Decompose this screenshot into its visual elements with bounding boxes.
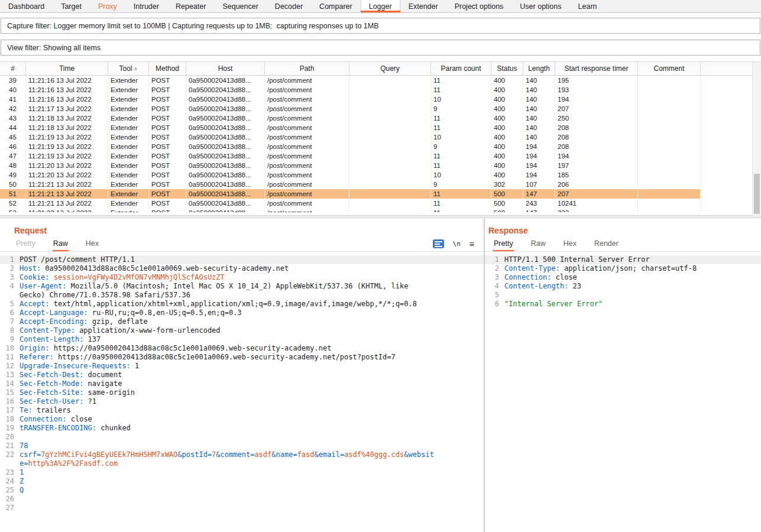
table-row[interactable]: 5011:21:21 13 Jul 2022ExtenderPOST0a9500… — [0, 180, 701, 189]
cell-status: 400 — [491, 85, 523, 95]
cell-time: 11:21:21 13 Jul 2022 — [26, 180, 108, 189]
table-row[interactable]: 4611:21:19 13 Jul 2022ExtenderPOST0a9500… — [0, 142, 701, 151]
column-header-query[interactable]: Query — [349, 62, 431, 75]
top-tab-sequencer[interactable]: Sequencer — [214, 0, 266, 12]
table-row[interactable]: 5111:21:21 13 Jul 2022ExtenderPOST0a9500… — [0, 189, 701, 199]
response-editor[interactable]: 1HTTP/1.1 500 Internal Server Error2Cont… — [485, 252, 761, 532]
top-tab-comparer[interactable]: Comparer — [311, 0, 361, 12]
top-tab-target[interactable]: Target — [53, 0, 90, 12]
column-header-param-count[interactable]: Param count — [431, 62, 491, 75]
cell-method: POST — [149, 123, 186, 132]
line-number: 4 — [0, 282, 14, 300]
table-row[interactable]: 5311:21:22 13 Jul 2022ExtenderPOST0a9500… — [0, 208, 701, 212]
cell-tool: Extender — [108, 161, 149, 170]
request-editor[interactable]: 1POST /post/comment HTTP/1.12Host: 0a950… — [0, 252, 484, 532]
cell-comment — [638, 104, 701, 113]
tab-hex[interactable]: Hex — [563, 239, 577, 251]
top-tab-repeater[interactable]: Repeater — [167, 0, 214, 12]
cell-tool: Extender — [108, 132, 149, 142]
top-tab-decoder[interactable]: Decoder — [267, 0, 311, 12]
tab-raw[interactable]: Raw — [53, 239, 69, 251]
line-text: Connection: close — [504, 273, 761, 282]
top-tab-user-options[interactable]: User options — [511, 0, 569, 12]
cell-time: 11:21:19 13 Jul 2022 — [26, 151, 108, 161]
column-header-time[interactable]: Time — [26, 62, 108, 75]
line-text: Accept-Encoding: gzip, deflate — [20, 317, 442, 326]
response-tabs-row: PrettyRawHexRender — [485, 236, 761, 252]
column-header-start-response-timer[interactable]: Start response timer — [555, 62, 638, 75]
column-header-method[interactable]: Method — [149, 62, 186, 75]
code-line: 16Sec-Fetch-User: ?1 — [0, 397, 484, 406]
top-tab-project-options[interactable]: Project options — [446, 0, 512, 12]
top-tab-proxy[interactable]: Proxy — [90, 0, 125, 12]
table-row[interactable]: 3911:21:16 13 Jul 2022ExtenderPOST0a9500… — [0, 76, 701, 85]
column-header-label: Param count — [441, 64, 481, 73]
request-title: Request — [14, 226, 47, 235]
column-header-tool[interactable]: Tool∧ — [108, 62, 149, 75]
table-row[interactable]: 4811:21:20 13 Jul 2022ExtenderPOST0a9500… — [0, 161, 701, 170]
line-text: Sec-Fetch-Mode: navigate — [20, 379, 442, 388]
menu-icon[interactable]: ≡ — [469, 240, 474, 248]
cell-timer: 207 — [555, 104, 638, 113]
code-line: 1POST /post/comment HTTP/1.1 — [0, 255, 484, 264]
line-text — [20, 504, 442, 512]
scrollbar-thumb[interactable] — [754, 174, 760, 214]
column-header-label: Comment — [653, 64, 684, 73]
cell-query — [349, 161, 431, 170]
sort-ascending-icon: ∧ — [134, 66, 138, 72]
pretty-print-icon[interactable] — [433, 239, 444, 248]
column-header-comment[interactable]: Comment — [638, 62, 701, 75]
table-row[interactable]: 4411:21:18 13 Jul 2022ExtenderPOST0a9500… — [0, 123, 701, 132]
table-row[interactable]: 5211:21:21 13 Jul 2022ExtenderPOST0a9500… — [0, 199, 701, 208]
cell-num: 51 — [0, 189, 26, 199]
table-row[interactable]: 4511:21:19 13 Jul 2022ExtenderPOST0a9500… — [0, 132, 701, 142]
newline-icon[interactable]: \n — [453, 240, 461, 248]
top-tab-learn[interactable]: Learn — [570, 0, 605, 12]
tab-pretty[interactable]: Pretty — [15, 239, 36, 251]
request-tabs-row: PrettyRawHex \n ≡ — [0, 236, 484, 252]
column-header-length[interactable]: Length — [523, 62, 555, 75]
line-text — [504, 291, 761, 300]
line-text: csrf=7gYzhMCiFvi4gBEyUEEk7HmHSHM7xWAO&po… — [20, 450, 442, 468]
top-tab-intruder[interactable]: Intruder — [125, 0, 167, 12]
cell-tool: Extender — [108, 104, 149, 113]
column-header-label: # — [11, 64, 15, 73]
tab-pretty[interactable]: Pretty — [493, 239, 514, 251]
cell-path: /post/comment — [265, 199, 349, 208]
top-tab-logger[interactable]: Logger — [361, 0, 400, 12]
table-row[interactable]: 4311:21:18 13 Jul 2022ExtenderPOST0a9500… — [0, 113, 701, 123]
cell-query — [349, 123, 431, 132]
top-tab-dashboard[interactable]: Dashboard — [0, 0, 53, 12]
top-tab-extender[interactable]: Extender — [400, 0, 446, 12]
capture-filter-bar[interactable]: Capture filter: Logger memory limit set … — [1, 18, 760, 34]
code-line: 5 — [485, 291, 761, 300]
column-header-status[interactable]: Status — [491, 62, 523, 75]
code-line: 5Accept: text/html,application/xhtml+xml… — [0, 300, 484, 309]
table-row[interactable]: 4711:21:19 13 Jul 2022ExtenderPOST0a9500… — [0, 151, 701, 161]
line-number: 14 — [0, 379, 14, 388]
tab-hex[interactable]: Hex — [85, 239, 99, 251]
line-number: 13 — [0, 371, 14, 379]
column-header-host[interactable]: Host — [186, 62, 265, 75]
cell-tool: Extender — [108, 199, 149, 208]
view-filter-bar[interactable]: View filter: Showing all items — [1, 40, 760, 56]
cell-tool: Extender — [108, 180, 149, 189]
column-header-index[interactable]: # — [0, 62, 26, 75]
line-text: Referer: https://0a9500020413d88ac08c5c1… — [20, 353, 442, 362]
table-row[interactable]: 4111:21:16 13 Jul 2022ExtenderPOST0a9500… — [0, 95, 701, 104]
cell-num: 47 — [0, 151, 26, 161]
cell-time: 11:21:21 13 Jul 2022 — [26, 199, 108, 208]
cell-param_count: 11 — [431, 208, 491, 212]
cell-time: 11:21:16 13 Jul 2022 — [26, 76, 108, 85]
column-header-path[interactable]: Path — [265, 62, 349, 75]
table-row[interactable]: 4211:21:17 13 Jul 2022ExtenderPOST0a9500… — [0, 104, 701, 113]
line-number: 27 — [0, 504, 14, 512]
table-row[interactable]: 4911:21:20 13 Jul 2022ExtenderPOST0a9500… — [0, 170, 701, 180]
table-row[interactable]: 4011:21:16 13 Jul 2022ExtenderPOST0a9500… — [0, 85, 701, 95]
cell-status: 400 — [491, 76, 523, 85]
cell-query — [349, 180, 431, 189]
tab-render[interactable]: Render — [594, 239, 619, 251]
table-vertical-scrollbar[interactable] — [752, 62, 761, 216]
tab-raw[interactable]: Raw — [530, 239, 546, 251]
cell-query — [349, 95, 431, 104]
